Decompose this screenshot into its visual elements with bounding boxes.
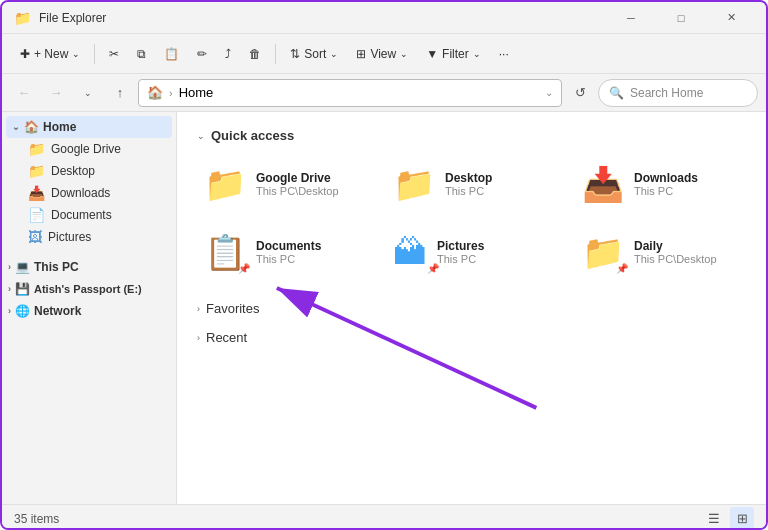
nav-down-button[interactable]: ⌄ — [74, 79, 102, 107]
sidebar-home[interactable]: ⌄ 🏠 Home — [6, 116, 172, 138]
qa-item-desktop[interactable]: 📁 Desktop This PC — [382, 155, 561, 213]
quick-access-grid: 📁 Google Drive This PC\Desktop 📁 Desktop… — [193, 155, 750, 281]
qa-folder-icon: 🏔 — [393, 233, 427, 272]
qa-name: Documents — [256, 239, 321, 253]
qa-item-google-drive[interactable]: 📁 Google Drive This PC\Desktop — [193, 155, 372, 213]
folder-yellow-icon-2: 📁 — [28, 163, 45, 179]
new-button[interactable]: ✚ + New ⌄ — [12, 39, 88, 69]
search-box[interactable]: 🔍 Search Home — [598, 79, 758, 107]
sidebar-home-label: Home — [43, 120, 76, 134]
sidebar-network-label: Network — [34, 304, 81, 318]
more-button[interactable]: ··· — [491, 39, 517, 69]
downloads-icon: 📥 — [28, 185, 45, 201]
sidebar-item-google-drive[interactable]: 📁 Google Drive 📌 — [6, 138, 172, 160]
item-count-label: 35 items — [14, 512, 59, 526]
sort-label: Sort — [304, 47, 326, 61]
sidebar-item-documents[interactable]: 📄 Documents 📌 — [6, 204, 172, 226]
sidebar-item-label: Documents — [51, 208, 112, 222]
chevron-down-icon: ⌄ — [12, 122, 20, 132]
chevron-right-icon-rec: › — [197, 333, 200, 343]
chevron-right-icon-3: › — [8, 306, 11, 316]
sidebar-item-desktop[interactable]: 📁 Desktop 📌 — [6, 160, 172, 182]
qa-name: Pictures — [437, 239, 484, 253]
qa-path: This PC — [634, 185, 698, 197]
main-layout: ⌄ 🏠 Home 📁 Google Drive 📌 📁 Desktop 📌 📥 … — [2, 112, 766, 504]
grid-view-button[interactable]: ⊞ — [730, 507, 754, 531]
cut-icon: ✂ — [109, 47, 119, 61]
copy-button[interactable]: ⧉ — [129, 39, 154, 69]
list-view-button[interactable]: ☰ — [702, 507, 726, 531]
chevron-right-icon-2: › — [8, 284, 11, 294]
address-path: Home — [179, 85, 214, 100]
qa-item-documents[interactable]: 📋 Documents This PC 📌 — [193, 223, 372, 281]
sidebar-item-label: Google Drive — [51, 142, 121, 156]
back-button[interactable]: ← — [10, 79, 38, 107]
qa-name: Google Drive — [256, 171, 339, 185]
qa-path: This PC — [256, 253, 321, 265]
toolbar-separator — [94, 44, 95, 64]
qa-item-downloads[interactable]: 📥 Downloads This PC — [571, 155, 750, 213]
sidebar-item-pictures[interactable]: 🖼 Pictures 📌 — [6, 226, 172, 248]
qa-folder-icon: 📁 — [204, 164, 246, 204]
rename-icon: ✏ — [197, 47, 207, 61]
rename-button[interactable]: ✏ — [189, 39, 215, 69]
sort-chevron-icon: ⌄ — [330, 49, 338, 59]
forward-button[interactable]: → — [42, 79, 70, 107]
pin-indicator-icon: 📌 — [238, 263, 250, 274]
favorites-section: › Favorites — [193, 297, 750, 320]
filter-label: Filter — [442, 47, 469, 61]
qa-path: This PC — [445, 185, 492, 197]
docs-icon: 📄 — [28, 207, 45, 223]
chevron-right-icon: › — [8, 262, 11, 272]
more-icon: ··· — [499, 47, 509, 61]
qa-item-pictures[interactable]: 🏔 Pictures This PC 📌 — [382, 223, 561, 281]
maximize-button[interactable]: □ — [658, 2, 704, 34]
minimize-button[interactable]: ─ — [608, 2, 654, 34]
new-icon: ✚ — [20, 47, 30, 61]
title-bar-left: 📁 File Explorer — [14, 10, 106, 26]
close-button[interactable]: ✕ — [708, 2, 754, 34]
qa-info-google-drive: Google Drive This PC\Desktop — [256, 171, 339, 197]
drive-icon: 💾 — [15, 282, 30, 296]
address-chevron-icon: ⌄ — [545, 87, 553, 98]
search-icon: 🔍 — [609, 86, 624, 100]
quick-access-label: Quick access — [211, 128, 294, 143]
recent-header[interactable]: › Recent — [193, 326, 750, 349]
qa-item-daily[interactable]: 📁 Daily This PC\Desktop 📌 — [571, 223, 750, 281]
share-button[interactable]: ⤴ — [217, 39, 239, 69]
sidebar-item-label: Downloads — [51, 186, 110, 200]
qa-info-daily: Daily This PC\Desktop — [634, 239, 717, 265]
view-button[interactable]: ⊞ View ⌄ — [348, 39, 416, 69]
view-icon: ⊞ — [356, 47, 366, 61]
qa-info-documents: Documents This PC — [256, 239, 321, 265]
pin-indicator-icon: 📌 — [427, 263, 439, 274]
new-label: + New — [34, 47, 68, 61]
share-icon: ⤴ — [225, 47, 231, 61]
qa-info-downloads: Downloads This PC — [634, 171, 698, 197]
title-bar: 📁 File Explorer ─ □ ✕ — [2, 2, 766, 34]
sidebar-this-pc[interactable]: › 💻 This PC — [2, 256, 176, 278]
folder-yellow-icon: 📁 — [28, 141, 45, 157]
up-button[interactable]: ↑ — [106, 79, 134, 107]
sidebar-item-downloads[interactable]: 📥 Downloads 📌 — [6, 182, 172, 204]
filter-button[interactable]: ▼ Filter ⌄ — [418, 39, 489, 69]
address-field[interactable]: 🏠 › Home ⌄ — [138, 79, 562, 107]
refresh-button[interactable]: ↺ — [566, 79, 594, 107]
delete-button[interactable]: 🗑 — [241, 39, 269, 69]
cut-button[interactable]: ✂ — [101, 39, 127, 69]
favorites-header[interactable]: › Favorites — [193, 297, 750, 320]
quick-access-header[interactable]: ⌄ Quick access — [193, 124, 750, 147]
sidebar-network[interactable]: › 🌐 Network — [2, 300, 176, 322]
qa-info-desktop: Desktop This PC — [445, 171, 492, 197]
paste-button[interactable]: 📋 — [156, 39, 187, 69]
filter-chevron-icon: ⌄ — [473, 49, 481, 59]
qa-folder-icon: 📁 — [393, 164, 435, 204]
qa-name: Desktop — [445, 171, 492, 185]
sidebar-item-label: Desktop — [51, 164, 95, 178]
chevron-right-icon-fav: › — [197, 304, 200, 314]
view-label: View — [370, 47, 396, 61]
view-toggle: ☰ ⊞ — [702, 507, 754, 531]
sort-button[interactable]: ⇅ Sort ⌄ — [282, 39, 346, 69]
sidebar-passport[interactable]: › 💾 Atish's Passport (E:) — [2, 278, 176, 300]
sidebar-this-pc-label: This PC — [34, 260, 79, 274]
